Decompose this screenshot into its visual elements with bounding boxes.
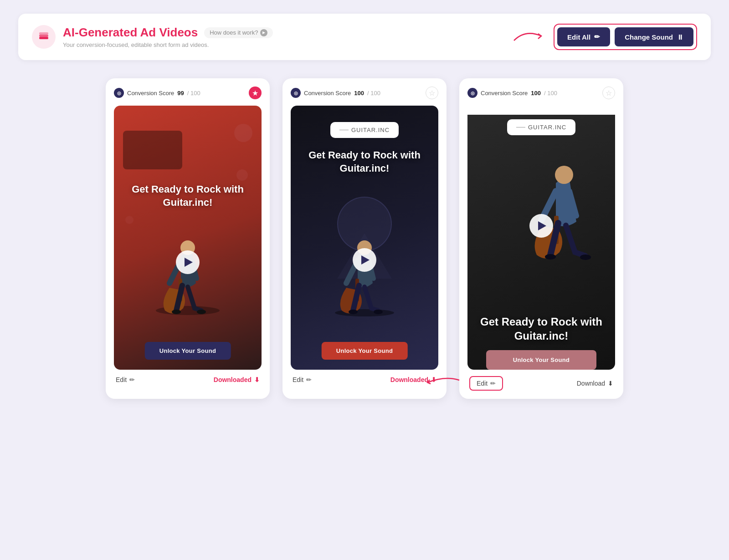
star-button-3[interactable]: ☆ xyxy=(602,87,615,99)
header-right: Edit All ✏ Change Sound ⏸ xyxy=(512,24,697,50)
conversion-score-1: ◎ Conversion Score 99 / 100 xyxy=(114,88,200,98)
edit-button-1[interactable]: Edit ✏ xyxy=(116,376,135,383)
edit-all-label: Edit All xyxy=(567,33,590,41)
edit-all-icon: ✏ xyxy=(594,33,600,41)
page-header: AI-Generated Ad Videos How does it work?… xyxy=(18,14,711,60)
card-1-header: ◎ Conversion Score 99 / 100 ★ xyxy=(114,87,262,99)
card-3-header: ◎ Conversion Score 100 / 100 ☆ xyxy=(467,87,615,99)
svg-rect-1 xyxy=(39,35,48,37)
star-button-1[interactable]: ★ xyxy=(249,87,262,99)
card-2-header: ◎ Conversion Score 100 / 100 ☆ xyxy=(291,87,438,99)
svg-point-7 xyxy=(197,310,206,314)
play-circle-icon: ▶ xyxy=(260,29,267,36)
score-icon-1: ◎ xyxy=(114,88,124,98)
card-1-video-title: Get Ready to Rock with Guitar.inc! xyxy=(123,183,252,209)
guitarist-figure-2 xyxy=(319,219,410,329)
play-button-3[interactable] xyxy=(529,214,553,238)
download-icon-3: ⬇ xyxy=(608,380,613,387)
header-text: AI-Generated Ad Videos How does it work?… xyxy=(63,25,273,48)
svg-point-6 xyxy=(172,310,181,314)
svg-point-15 xyxy=(545,254,556,260)
video-preview-1[interactable]: Get Ready to Rock with Guitar.inc! xyxy=(114,106,262,370)
card-2-video-title: Get Ready to Rock with Guitar.inc! xyxy=(300,149,429,175)
download-label-3: Download xyxy=(577,380,605,387)
score-total-1: / 100 xyxy=(187,90,200,97)
downloaded-label-1: Downloaded xyxy=(214,376,252,383)
card-2-footer: Edit ✏ Downloaded ⬇ xyxy=(291,376,438,383)
guitarist-figure-3 xyxy=(510,142,615,279)
score-icon-3: ◎ xyxy=(467,88,477,98)
downloaded-button-1[interactable]: Downloaded ⬇ xyxy=(214,376,260,383)
cta-button-3[interactable]: Unlock Your Sound xyxy=(486,350,596,370)
header-left: AI-Generated Ad Videos How does it work?… xyxy=(32,25,273,49)
brand-logo-3-wrapper: GUITAR.INC xyxy=(467,115,615,143)
svg-point-16 xyxy=(580,255,591,260)
score-label-1: Conversion Score xyxy=(127,90,174,97)
change-sound-label: Change Sound xyxy=(625,33,673,41)
cta-button-2[interactable]: Unlock Your Sound xyxy=(322,342,408,360)
video-card-2: ◎ Conversion Score 100 / 100 ☆ GUITAR.IN… xyxy=(282,78,447,399)
edit-label-1: Edit xyxy=(116,376,127,383)
how-it-works-link[interactable]: How does it work? ▶ xyxy=(204,27,273,38)
video-preview-3[interactable]: GUITAR.INC xyxy=(467,106,615,370)
conversion-score-2: ◎ Conversion Score 100 / 100 xyxy=(291,88,380,98)
download-button-3[interactable]: Download ⬇ xyxy=(577,380,613,387)
card-3-footer: Edit ✏ Download ⬇ xyxy=(467,376,615,391)
play-button-1[interactable] xyxy=(176,250,200,274)
edit-icon-2: ✏ xyxy=(306,376,312,383)
card-3-video-title: Get Ready to Rock with Guitar.inc! xyxy=(477,315,606,343)
downloaded-label-2: Downloaded xyxy=(390,376,428,383)
guitarist-figure-1 xyxy=(142,219,233,329)
score-total-2: / 100 xyxy=(367,90,380,97)
score-label-3: Conversion Score xyxy=(481,90,528,97)
conversion-score-3: ◎ Conversion Score 100 / 100 xyxy=(467,88,557,98)
svg-rect-2 xyxy=(39,32,48,35)
edit-icon-3: ✏ xyxy=(490,380,496,387)
download-icon-1: ⬇ xyxy=(254,376,260,383)
video-card-1: ◎ Conversion Score 99 / 100 ★ Get Ready … xyxy=(106,78,270,399)
arrow-annotation xyxy=(512,27,548,47)
video-preview-2[interactable]: GUITAR.INC Get Ready to Rock with Guitar… xyxy=(291,106,438,370)
cta-button-1[interactable]: Unlock Your Sound xyxy=(145,342,231,360)
score-label-2: Conversion Score xyxy=(304,90,351,97)
edit-button-3[interactable]: Edit ✏ xyxy=(469,376,503,391)
cards-container: ◎ Conversion Score 99 / 100 ★ Get Ready … xyxy=(18,78,711,399)
score-icon-2: ◎ xyxy=(291,88,301,98)
edit-all-button[interactable]: Edit All ✏ xyxy=(557,27,610,46)
star-button-2[interactable]: ☆ xyxy=(426,87,438,99)
card-1-footer: Edit ✏ Downloaded ⬇ xyxy=(114,376,262,383)
edit-button-2[interactable]: Edit ✏ xyxy=(293,376,312,383)
brand-name-2: GUITAR.INC xyxy=(351,127,390,133)
score-value-3: 100 xyxy=(531,90,541,97)
deco-circle-2 xyxy=(236,169,248,181)
brand-name-3: GUITAR.INC xyxy=(528,124,566,131)
svg-point-13 xyxy=(555,166,573,184)
score-value-2: 100 xyxy=(354,90,364,97)
score-total-3: / 100 xyxy=(544,90,557,97)
play-button-2[interactable] xyxy=(353,248,376,272)
svg-rect-0 xyxy=(39,37,48,39)
logo-icon xyxy=(32,25,56,49)
edit-icon-1: ✏ xyxy=(129,376,135,383)
page-title: AI-Generated Ad Videos How does it work?… xyxy=(63,25,273,40)
sound-icon: ⏸ xyxy=(677,33,683,41)
svg-point-11 xyxy=(349,310,358,314)
deco-circle-1 xyxy=(234,124,252,142)
svg-point-12 xyxy=(374,310,383,314)
video-card-3: ◎ Conversion Score 100 / 100 ☆ GUITAR.IN… xyxy=(459,78,623,399)
change-sound-button[interactable]: Change Sound ⏸ xyxy=(615,27,693,46)
brand-logo-3: GUITAR.INC xyxy=(507,119,575,135)
edit-label-3: Edit xyxy=(477,380,488,387)
card-3-wrapper: ◎ Conversion Score 100 / 100 ☆ GUITAR.IN… xyxy=(459,78,623,399)
score-value-1: 99 xyxy=(177,90,184,97)
deco-circle-3 xyxy=(125,216,133,224)
brand-logo-2: GUITAR.INC xyxy=(330,122,399,138)
header-action-buttons: Edit All ✏ Change Sound ⏸ xyxy=(554,24,697,50)
deco-box-1 xyxy=(123,131,182,169)
page-subtitle: Your conversion-focused, editable short … xyxy=(63,41,273,48)
card-1-title-area: Get Ready to Rock with Guitar.inc! xyxy=(114,183,262,209)
download-icon-2: ⬇ xyxy=(431,376,436,383)
downloaded-button-2[interactable]: Downloaded ⬇ xyxy=(390,376,436,383)
edit-label-2: Edit xyxy=(293,376,303,383)
card-3-bottom: Get Ready to Rock with Guitar.inc! Unloc… xyxy=(467,315,615,370)
